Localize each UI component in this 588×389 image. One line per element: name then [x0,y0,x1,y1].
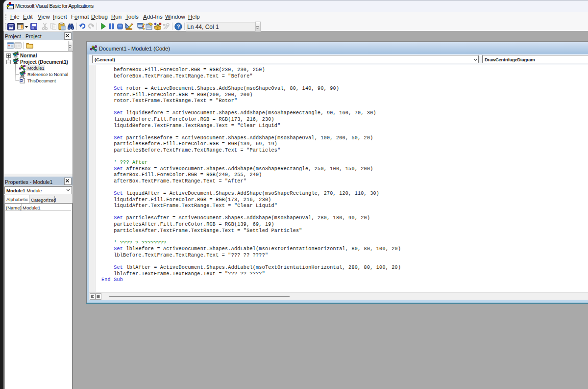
svg-text:?: ? [177,24,180,29]
